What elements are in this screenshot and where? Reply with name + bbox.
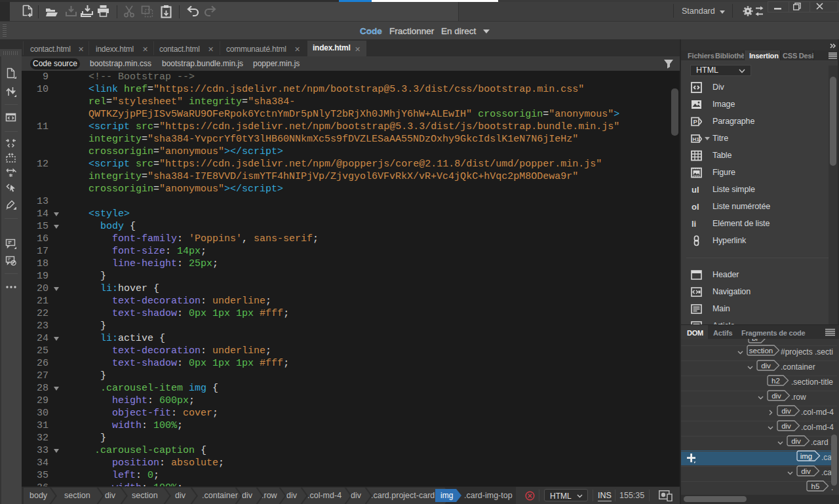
svg-text:div: div [791, 437, 801, 445]
svg-text:h2: h2 [771, 377, 780, 385]
svg-text:div: div [761, 362, 771, 370]
svg-text:li: li [692, 219, 696, 229]
svg-text:H1: H1 [692, 136, 699, 142]
svg-text:P: P [693, 118, 698, 125]
svg-text:div: div [771, 392, 781, 400]
svg-text:h5: h5 [811, 482, 820, 490]
svg-text:section: section [749, 347, 773, 355]
svg-text:img: img [800, 452, 813, 460]
svg-text:ul: ul [692, 185, 699, 195]
svg-text:ol: ol [692, 202, 699, 212]
svg-text:div: div [781, 407, 791, 415]
svg-text:div: div [801, 467, 811, 475]
svg-text:div: div [781, 422, 791, 430]
